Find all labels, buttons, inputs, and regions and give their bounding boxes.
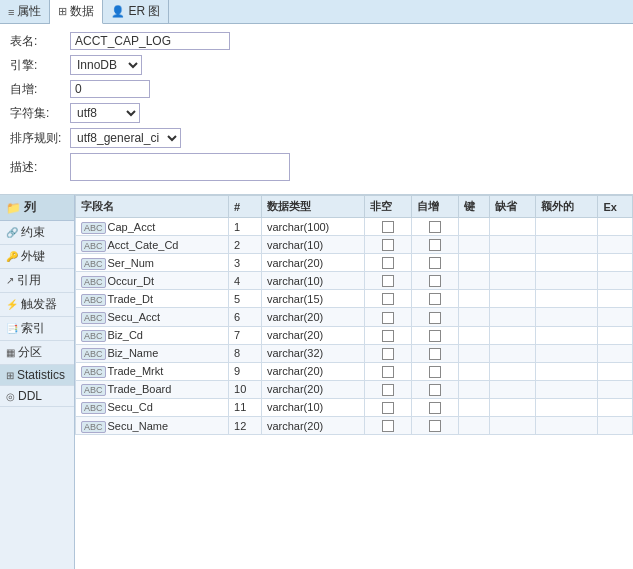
sidebar-item-constraints[interactable]: 🔗 约束 bbox=[0, 221, 74, 245]
notnull-checkbox[interactable] bbox=[382, 420, 394, 432]
ai-checkbox[interactable] bbox=[429, 402, 441, 414]
field-default-cell bbox=[489, 272, 536, 290]
notnull-checkbox[interactable] bbox=[382, 275, 394, 287]
sidebar-item-statistics[interactable]: ⊞ Statistics bbox=[0, 365, 74, 386]
sidebar-item-references[interactable]: ↗ 引用 bbox=[0, 269, 74, 293]
engine-select[interactable]: InnoDB MyISAM bbox=[70, 55, 142, 75]
field-extra-cell bbox=[536, 380, 598, 398]
table-row[interactable]: ABCCap_Acct1varchar(100) bbox=[76, 218, 633, 236]
notnull-checkbox[interactable] bbox=[382, 384, 394, 396]
ai-checkbox[interactable] bbox=[429, 293, 441, 305]
field-notnull-cell[interactable] bbox=[365, 308, 412, 326]
ai-checkbox[interactable] bbox=[429, 366, 441, 378]
field-notnull-cell[interactable] bbox=[365, 218, 412, 236]
field-ai-cell[interactable] bbox=[412, 254, 459, 272]
tab-properties[interactable]: ≡ 属性 bbox=[0, 0, 50, 23]
field-ai-cell[interactable] bbox=[412, 362, 459, 380]
field-ai-cell[interactable] bbox=[412, 398, 459, 416]
ai-checkbox[interactable] bbox=[429, 221, 441, 233]
notnull-checkbox[interactable] bbox=[382, 330, 394, 342]
notnull-checkbox[interactable] bbox=[382, 312, 394, 324]
sidebar-item-ddl[interactable]: ◎ DDL bbox=[0, 386, 74, 407]
field-notnull-cell[interactable] bbox=[365, 362, 412, 380]
table-row[interactable]: ABCOccur_Dt4varchar(10) bbox=[76, 272, 633, 290]
tab-er[interactable]: 👤 ER 图 bbox=[103, 0, 169, 23]
field-ai-cell[interactable] bbox=[412, 344, 459, 362]
field-ex-cell bbox=[598, 326, 633, 344]
table-name-input[interactable] bbox=[70, 32, 230, 50]
table-row[interactable]: ABCSecu_Cd11varchar(10) bbox=[76, 398, 633, 416]
notnull-checkbox[interactable] bbox=[382, 348, 394, 360]
collation-select[interactable]: utf8_general_ci utf8_unicode_ci bbox=[70, 128, 181, 148]
table-row[interactable]: ABCTrade_Mrkt9varchar(20) bbox=[76, 362, 633, 380]
table-row[interactable]: ABCSer_Num3varchar(20) bbox=[76, 254, 633, 272]
table-row[interactable]: ABCTrade_Board10varchar(20) bbox=[76, 380, 633, 398]
col-header-datatype: 数据类型 bbox=[261, 196, 365, 218]
triggers-icon: ⚡ bbox=[6, 299, 18, 310]
notnull-checkbox[interactable] bbox=[382, 366, 394, 378]
col-header-fieldname: 字段名 bbox=[76, 196, 229, 218]
fields-table: 字段名 # 数据类型 非空 自增 键 缺省 额外的 Ex ABCCap_Acct… bbox=[75, 195, 633, 435]
sidebar-item-triggers[interactable]: ⚡ 触发器 bbox=[0, 293, 74, 317]
sidebar-item-indexes[interactable]: 📑 索引 bbox=[0, 317, 74, 341]
ai-checkbox[interactable] bbox=[429, 312, 441, 324]
table-row[interactable]: ABCBiz_Cd7varchar(20) bbox=[76, 326, 633, 344]
sidebar-item-triggers-label: 触发器 bbox=[21, 296, 57, 313]
sidebar-item-partitions[interactable]: ▦ 分区 bbox=[0, 341, 74, 365]
notnull-checkbox[interactable] bbox=[382, 221, 394, 233]
ai-checkbox[interactable] bbox=[429, 420, 441, 432]
field-type-cell: varchar(32) bbox=[261, 344, 365, 362]
charset-select[interactable]: utf8 utf8mb4 bbox=[70, 103, 140, 123]
field-key-cell bbox=[458, 380, 489, 398]
field-type-cell: varchar(20) bbox=[261, 254, 365, 272]
ai-checkbox[interactable] bbox=[429, 239, 441, 251]
notnull-checkbox[interactable] bbox=[382, 402, 394, 414]
notnull-checkbox[interactable] bbox=[382, 293, 394, 305]
field-ai-cell[interactable] bbox=[412, 290, 459, 308]
ai-checkbox[interactable] bbox=[429, 275, 441, 287]
field-default-cell bbox=[489, 326, 536, 344]
field-ai-cell[interactable] bbox=[412, 218, 459, 236]
field-notnull-cell[interactable] bbox=[365, 272, 412, 290]
references-icon: ↗ bbox=[6, 275, 14, 286]
field-ex-cell bbox=[598, 236, 633, 254]
table-row[interactable]: ABCTrade_Dt5varchar(15) bbox=[76, 290, 633, 308]
table-row[interactable]: ABCSecu_Name12varchar(20) bbox=[76, 417, 633, 435]
field-key-cell bbox=[458, 272, 489, 290]
table-row[interactable]: ABCAcct_Cate_Cd2varchar(10) bbox=[76, 236, 633, 254]
description-textarea[interactable] bbox=[70, 153, 290, 181]
table-row[interactable]: ABCSecu_Acct6varchar(20) bbox=[76, 308, 633, 326]
field-ai-cell[interactable] bbox=[412, 380, 459, 398]
autoincrement-input[interactable] bbox=[70, 80, 150, 98]
ai-checkbox[interactable] bbox=[429, 348, 441, 360]
field-notnull-cell[interactable] bbox=[365, 290, 412, 308]
notnull-checkbox[interactable] bbox=[382, 239, 394, 251]
sidebar-item-foreignkeys[interactable]: 🔑 外键 bbox=[0, 245, 74, 269]
field-extra-cell bbox=[536, 290, 598, 308]
ai-checkbox[interactable] bbox=[429, 330, 441, 342]
field-ai-cell[interactable] bbox=[412, 417, 459, 435]
field-notnull-cell[interactable] bbox=[365, 380, 412, 398]
field-ai-cell[interactable] bbox=[412, 308, 459, 326]
field-notnull-cell[interactable] bbox=[365, 254, 412, 272]
field-ex-cell bbox=[598, 254, 633, 272]
field-ai-cell[interactable] bbox=[412, 326, 459, 344]
ai-checkbox[interactable] bbox=[429, 257, 441, 269]
field-notnull-cell[interactable] bbox=[365, 344, 412, 362]
table-row[interactable]: ABCBiz_Name8varchar(32) bbox=[76, 344, 633, 362]
ddl-icon: ◎ bbox=[6, 391, 15, 402]
field-notnull-cell[interactable] bbox=[365, 326, 412, 344]
field-default-cell bbox=[489, 308, 536, 326]
field-notnull-cell[interactable] bbox=[365, 398, 412, 416]
field-ai-cell[interactable] bbox=[412, 236, 459, 254]
field-ai-cell[interactable] bbox=[412, 272, 459, 290]
indexes-icon: 📑 bbox=[6, 323, 18, 334]
field-ex-cell bbox=[598, 362, 633, 380]
ai-checkbox[interactable] bbox=[429, 384, 441, 396]
notnull-checkbox[interactable] bbox=[382, 257, 394, 269]
data-icon: ⊞ bbox=[58, 5, 67, 18]
field-notnull-cell[interactable] bbox=[365, 417, 412, 435]
tab-data[interactable]: ⊞ 数据 bbox=[50, 0, 103, 24]
field-notnull-cell[interactable] bbox=[365, 236, 412, 254]
col-header-ex: Ex bbox=[598, 196, 633, 218]
